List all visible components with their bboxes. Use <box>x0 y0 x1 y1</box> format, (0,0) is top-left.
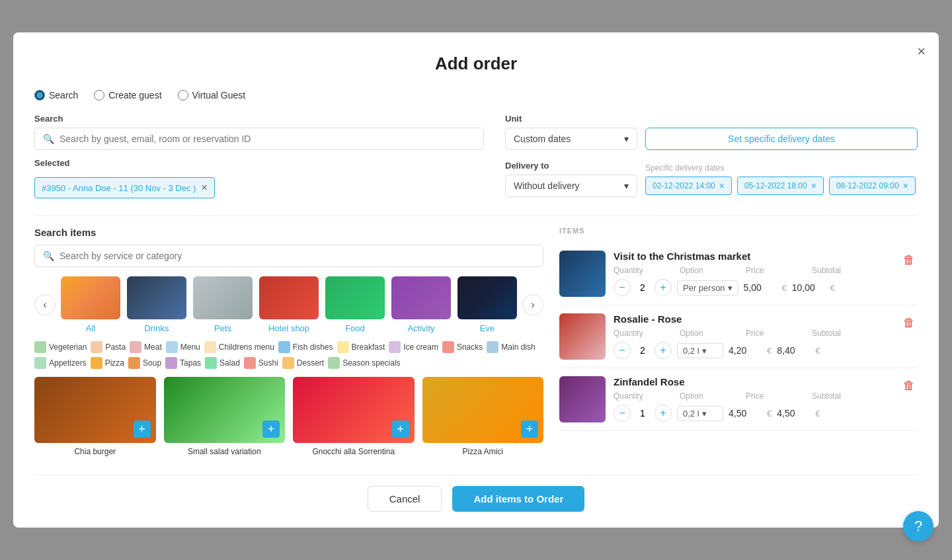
date-tags: 02-12-2022 14:00 × 05-12-2022 18:00 × 08… <box>645 177 916 195</box>
category-all[interactable]: All <box>61 276 120 333</box>
tag-pasta[interactable]: Pasta <box>91 341 126 353</box>
delete-christmas-button[interactable]: 🗑 <box>900 251 918 270</box>
subtotal-col-label-2: Subtotal <box>812 329 878 338</box>
tag-meat[interactable]: Meat <box>130 341 162 353</box>
order-details-zinfandel: Zinfandel Rose Quantity Option Price Sub… <box>614 376 892 422</box>
option-select-christmas[interactable]: Per person ▾ <box>677 280 738 296</box>
qty-increase-zinfandel[interactable]: + <box>654 405 672 422</box>
set-dates-button[interactable]: Set specific delivery dates <box>645 128 918 150</box>
radio-virtual-guest[interactable]: Virtual Guest <box>178 90 246 100</box>
option-col-label-2: Option <box>680 329 746 338</box>
unit-label: Unit <box>505 114 918 124</box>
category-food[interactable]: Food <box>325 276 385 333</box>
food-name-gnocchi: Gnocchi alla Sorrentina <box>312 447 395 456</box>
chevron-down-icon: ▾ <box>702 409 707 419</box>
category-pets[interactable]: Pets <box>193 276 253 333</box>
close-button[interactable]: × <box>917 43 926 60</box>
qty-decrease-christmas[interactable]: − <box>614 279 631 296</box>
category-food-label: Food <box>345 323 365 333</box>
add-small-salad-button[interactable]: + <box>262 420 280 438</box>
price-col-label-3: Price <box>746 391 812 401</box>
tag-fish-dishes[interactable]: Fish dishes <box>278 341 333 353</box>
category-hotel-image <box>259 276 319 319</box>
category-food-image <box>325 276 385 319</box>
search-icon: 🔍 <box>43 251 54 261</box>
qty-increase-christmas[interactable]: + <box>654 279 672 296</box>
subtotal-val-rose: 8,40 <box>777 345 810 356</box>
add-pizza-button[interactable]: + <box>521 420 538 438</box>
add-gnocchi-button[interactable]: + <box>392 420 409 438</box>
tag-appetizers[interactable]: Appetizers <box>34 357 87 369</box>
remove-date-1[interactable]: × <box>719 180 725 191</box>
radio-create-guest[interactable]: Create guest <box>94 90 161 100</box>
help-fab-button[interactable]: ? <box>903 511 933 541</box>
qty-decrease-rose[interactable]: − <box>614 342 631 359</box>
delivery-row: Delivery to Without delivery ▾ Specific … <box>505 161 918 197</box>
remove-guest-tag[interactable]: × <box>201 182 207 194</box>
delivery-select[interactable]: Without delivery ▾ <box>505 175 637 197</box>
tag-season-specials[interactable]: Season specials <box>328 357 400 369</box>
items-search-input[interactable] <box>60 251 535 261</box>
guest-search-box[interactable]: 🔍 <box>34 128 484 150</box>
tag-pizza[interactable]: Pizza <box>91 357 124 369</box>
qty-col-label-1: Quantity <box>614 266 680 275</box>
qty-decrease-zinfandel[interactable]: − <box>614 405 631 422</box>
tag-vegeterian[interactable]: Vegeterian <box>34 341 87 353</box>
order-img-rose <box>559 313 606 360</box>
specific-dates-label: Specific delivery dates <box>645 163 916 173</box>
radio-group: Search Create guest Virtual Guest <box>34 90 918 100</box>
tag-salad[interactable]: Salad <box>205 357 240 369</box>
order-details-christmas: Visit to the Christmas market Quantity O… <box>614 251 892 296</box>
order-img-christmas <box>559 251 606 297</box>
category-eve[interactable]: Eve <box>457 276 517 333</box>
food-img-pizza: + <box>422 377 544 443</box>
option-col-label-3: Option <box>680 391 746 401</box>
tag-tapas[interactable]: Tapas <box>165 357 201 369</box>
food-card-small-salad: + Small salad variation <box>164 377 286 456</box>
tag-menu[interactable]: Menu <box>166 341 200 353</box>
food-name-chia-burger: Chia burger <box>74 447 116 456</box>
tag-ice-cream[interactable]: Ice cream <box>389 341 438 353</box>
order-name-rose: Rosalie - Rose <box>614 313 892 325</box>
category-hotel-label: Hotel shop <box>268 323 309 333</box>
custom-dates-select[interactable]: Custom dates ▾ <box>505 128 637 150</box>
search-items-label: Search items <box>34 227 543 238</box>
tag-soup[interactable]: Soup <box>128 357 161 369</box>
option-select-zinfandel[interactable]: 0,2 l ▾ <box>677 406 723 421</box>
search-icon: 🔍 <box>43 134 54 144</box>
qty-increase-rose[interactable]: + <box>654 342 672 359</box>
guest-search-input[interactable] <box>60 134 475 144</box>
unit-section: Unit Custom dates ▾ Set specific deliver… <box>505 114 918 202</box>
delete-zinfandel-button[interactable]: 🗑 <box>900 376 918 395</box>
tag-childrens-menu[interactable]: Childrens menu <box>204 341 274 353</box>
tag-snacks[interactable]: Snacks <box>442 341 483 353</box>
category-drinks-image <box>127 276 186 319</box>
carousel-next-button[interactable]: › <box>522 294 543 315</box>
radio-search[interactable]: Search <box>34 90 78 100</box>
tag-sushi[interactable]: Sushi <box>244 357 278 369</box>
category-pets-image <box>193 276 253 319</box>
items-search-box[interactable]: 🔍 <box>34 245 543 267</box>
tag-dessert[interactable]: Dessert <box>282 357 324 369</box>
add-items-button[interactable]: Add items to Order <box>452 486 584 512</box>
category-eve-image <box>457 276 517 319</box>
carousel-prev-button[interactable]: ‹ <box>34 294 56 315</box>
category-hotel-shop[interactable]: Hotel shop <box>259 276 319 333</box>
currency-christmas: € <box>782 283 787 293</box>
option-select-rose[interactable]: 0,2 l ▾ <box>677 343 723 358</box>
qty-row-zinfandel: − 1 + 0,2 l ▾ 4,50 € 4,50 € <box>614 405 892 422</box>
category-activity[interactable]: Activity <box>391 276 451 333</box>
tag-breakfast[interactable]: Breakfast <box>337 341 385 353</box>
carousel-items: All Drinks Pets Hotel shop <box>61 276 517 333</box>
cancel-button[interactable]: Cancel <box>368 486 442 512</box>
price-val-christmas: 5,00 <box>744 282 777 293</box>
search-label: Search <box>34 114 484 124</box>
specific-dates-section: Specific delivery dates 02-12-2022 14:00… <box>645 163 916 195</box>
remove-date-2[interactable]: × <box>811 180 816 191</box>
add-chia-burger-button[interactable]: + <box>134 420 151 438</box>
tag-main-dish[interactable]: Main dish <box>487 341 535 353</box>
order-name-christmas: Visit to the Christmas market <box>614 251 892 262</box>
delete-rose-button[interactable]: 🗑 <box>900 313 918 333</box>
remove-date-3[interactable]: × <box>903 180 908 191</box>
category-drinks[interactable]: Drinks <box>127 276 186 333</box>
